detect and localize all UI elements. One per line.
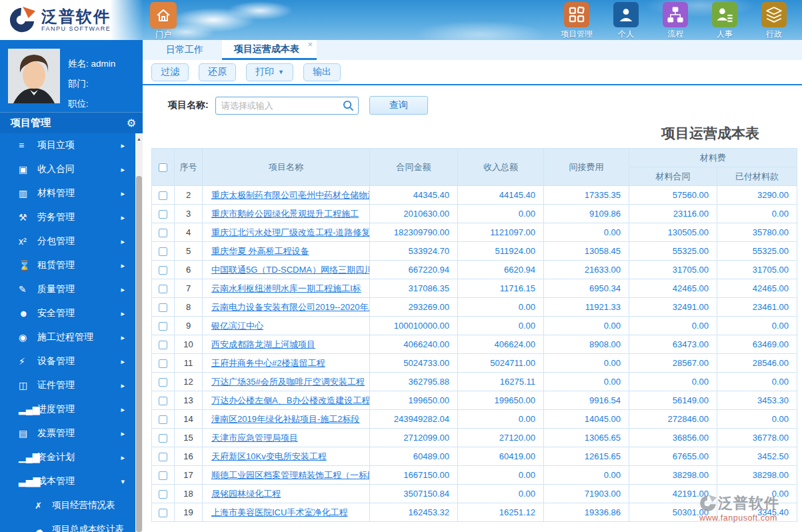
indirect-cost: 0.00 — [544, 354, 629, 373]
restore-button[interactable]: 还原 — [199, 63, 236, 81]
query-button[interactable]: 查询 — [369, 96, 428, 115]
user-name: 姓名: admin — [68, 54, 115, 74]
filter-button[interactable]: 过滤 — [151, 63, 189, 81]
row-checkbox[interactable] — [159, 359, 167, 368]
project-name-label: 项目名称: — [168, 99, 209, 111]
sidebar-menu-item[interactable]: ▃▅▇ 成本管理 ▾ — [0, 469, 135, 493]
project-link[interactable]: 顺德工业园区档案管理精装饰工程（一标段 — [203, 469, 369, 481]
row-number: 18 — [175, 485, 203, 503]
row-checkbox[interactable] — [159, 322, 167, 331]
sidebar-menu-item[interactable]: ▁▄▇ 资金计划 ▸ — [0, 445, 135, 469]
income-total: 6620.94 — [458, 261, 544, 279]
select-all-checkbox[interactable] — [159, 163, 167, 172]
sidebar-menu-item[interactable]: ≡ 项目立项 ▸ — [0, 133, 135, 157]
people-list-icon — [716, 6, 733, 23]
sidebar-menu-item[interactable]: ✎ 质量管理 ▸ — [0, 277, 135, 301]
indirect-cost: 8908.00 — [544, 335, 629, 354]
row-checkbox[interactable] — [159, 453, 167, 461]
project-link[interactable]: 重庆太极制药有限公司亳州中药材仓储物流 — [203, 189, 369, 201]
menu-item-label: 质量管理 — [37, 283, 121, 295]
submenu-item-label: 项目总成本统计表 — [52, 523, 124, 532]
row-number: 13 — [175, 391, 203, 410]
tab-daily-work[interactable]: 日常工作 — [151, 40, 218, 60]
project-link[interactable]: 万达办公楼左侧A、B办公楼改造建设工程 — [203, 395, 369, 407]
close-icon[interactable]: × — [307, 40, 313, 49]
sidebar-menu-item[interactable]: ☻ 安全管理 ▸ — [0, 301, 135, 325]
menu-item-label: 安全管理 — [37, 307, 121, 319]
material-paid: 0.00 — [717, 373, 797, 391]
contract-amount: 162453.32 — [370, 503, 458, 522]
project-link[interactable]: 西安成都路龙湖上河城项目 — [203, 339, 369, 351]
chevron-icon: ▸ — [121, 213, 125, 222]
row-checkbox[interactable] — [159, 434, 167, 443]
row-checkbox[interactable] — [159, 509, 167, 517]
sidebar-menu-item[interactable]: ▤ 发票管理 ▸ — [0, 421, 135, 445]
row-checkbox[interactable] — [159, 210, 167, 219]
sidebar-menu-item[interactable]: ▂▄▆ 进度管理 ▸ — [0, 397, 135, 421]
project-link[interactable]: 潼南区2019年绿化补贴项目-施工2标段 — [203, 413, 369, 425]
sidebar-scrollbar[interactable]: ▲ — [135, 133, 143, 532]
project-link[interactable]: 晟铭园林绿化工程 — [203, 488, 369, 500]
sidebar-submenu-item[interactable]: ✗ 项目经营情况表 — [0, 493, 135, 517]
menu-item-label: 成本管理 — [37, 475, 121, 487]
sidebar-submenu-item[interactable]: ☁ 项目总成本统计表 — [0, 517, 135, 532]
gear-icon[interactable]: ⚙ — [127, 117, 136, 129]
row-checkbox[interactable] — [159, 415, 167, 424]
material-contract: 42465.00 — [629, 279, 717, 298]
report-title: 项目运营成本表 — [661, 124, 759, 143]
project-link[interactable]: 云南电力设备安装有限公司2019--2020年度 — [203, 301, 369, 313]
contract-amount: 100010000.00 — [370, 317, 458, 335]
project-link[interactable]: 天津市应急管理局项目 — [203, 432, 369, 444]
project-name-input[interactable] — [215, 97, 359, 115]
portal-button[interactable]: 门户 — [148, 2, 179, 41]
contract-amount: 293269.00 — [370, 298, 458, 317]
app-workflow[interactable]: 流程 — [657, 2, 694, 40]
project-link[interactable]: 云南水利枢纽潜明水库一期工程施工I标 — [203, 283, 369, 295]
export-button[interactable]: 输出 — [303, 63, 341, 81]
project-link[interactable]: 中国联通5G（TD-SCDMA）网络三期四川 — [203, 264, 369, 276]
app-personal[interactable]: 个人 — [607, 2, 645, 40]
app-hr[interactable]: 人事 — [706, 2, 743, 40]
project-link[interactable]: 银亿滨江中心 — [203, 320, 369, 332]
row-number: 14 — [175, 410, 203, 429]
row-checkbox[interactable] — [159, 397, 167, 405]
row-checkbox[interactable] — [159, 471, 167, 480]
project-link[interactable]: 天府新区10Kv变电所安装工程 — [203, 451, 369, 463]
menu-item-icon: x² — [19, 236, 37, 247]
sidebar-menu-item[interactable]: x² 分包管理 ▸ — [0, 229, 135, 253]
sidebar-menu-item[interactable]: ◉ 施工过程管理 ▸ — [0, 325, 135, 349]
project-link[interactable]: 重庆华夏 外高桥工程设备 — [203, 245, 369, 257]
row-checkbox[interactable] — [159, 378, 167, 387]
sidebar-section-project-management[interactable]: 项目管理 ⚙ — [0, 112, 143, 133]
sidebar-menu-item[interactable]: ◫ 证件管理 ▸ — [0, 373, 135, 397]
sidebar-menu-item[interactable]: ⚡ 设备管理 ▸ — [0, 349, 135, 373]
project-link[interactable]: 重庆市鹅岭公园绿化景观提升工程施工 — [203, 208, 369, 220]
project-link[interactable]: 万达广场35#会所及咖啡厅空调安装工程 — [203, 376, 369, 388]
row-checkbox[interactable] — [159, 490, 167, 499]
row-checkbox[interactable] — [159, 191, 167, 200]
indirect-cost: 9109.86 — [544, 205, 629, 223]
menu-item-icon: ◫ — [19, 380, 37, 391]
row-checkbox[interactable] — [159, 341, 167, 349]
sidebar-menu-item[interactable]: ▥ 材料管理 ▸ — [0, 181, 135, 205]
app-project-management[interactable]: 项目管理 — [558, 2, 595, 40]
app-admin[interactable]: 行政 — [755, 2, 793, 40]
project-link[interactable]: 王府井商务中心#2楼遗留工程 — [203, 357, 369, 369]
sidebar-menu-item[interactable]: ▣ 收入合同 ▸ — [0, 157, 135, 181]
table-row: 17 顺德工业园区档案管理精装饰工程（一标段 1667150.00 0.00 0… — [152, 466, 797, 485]
project-link[interactable]: 上海市美容医院ICU手术室净化工程 — [203, 507, 369, 519]
row-checkbox[interactable] — [159, 266, 167, 275]
row-checkbox[interactable] — [159, 247, 167, 256]
row-checkbox[interactable] — [159, 285, 167, 293]
sidebar-menu-item[interactable]: ⌛ 租赁管理 ▸ — [0, 253, 135, 277]
search-icon[interactable] — [343, 100, 354, 111]
print-button[interactable]: 打印 ▼ — [246, 63, 293, 81]
row-checkbox[interactable] — [159, 229, 167, 237]
row-checkbox[interactable] — [159, 303, 167, 312]
menu-item-label: 租赁管理 — [37, 259, 121, 271]
project-link[interactable]: 重庆江北污水处理厂级改造工程-道路修复 — [203, 227, 369, 239]
sidebar-scrollbar-thumb[interactable] — [136, 176, 142, 532]
scroll-up-arrow-icon[interactable]: ▲ — [135, 133, 143, 144]
sidebar-menu-item[interactable]: ⚒ 劳务管理 ▸ — [0, 205, 135, 229]
tab-project-operating-cost[interactable]: 项目运营成本表 × — [222, 40, 317, 60]
